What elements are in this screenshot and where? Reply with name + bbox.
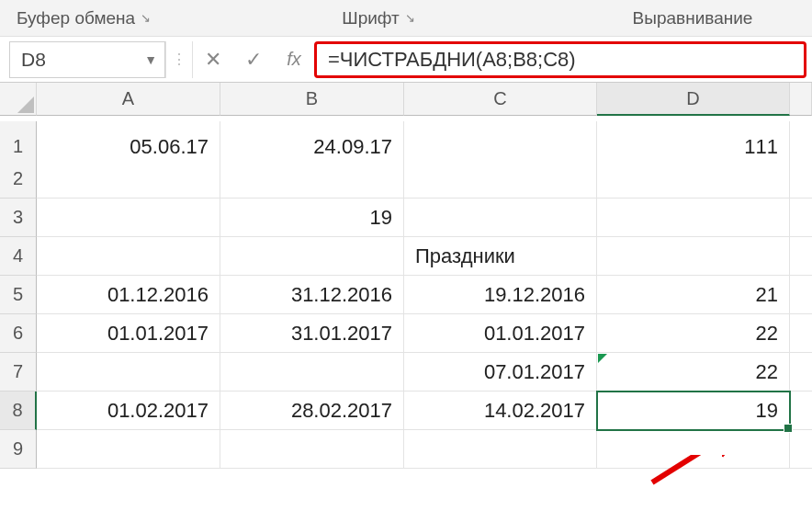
dialog-launcher-icon[interactable]: ↘ — [141, 11, 151, 25]
cell-E3[interactable] — [790, 199, 812, 237]
cell-A6[interactable]: 01.01.2017 — [37, 314, 220, 353]
cell-D7[interactable]: 22 — [597, 353, 790, 392]
row-header-4[interactable]: 4 — [0, 237, 37, 276]
row-header-5[interactable]: 5 — [0, 276, 37, 314]
cell-B8[interactable]: 28.02.2017 — [220, 392, 404, 430]
cell-D6[interactable]: 22 — [597, 314, 790, 353]
cell-A3[interactable] — [37, 199, 220, 237]
cell-E8[interactable] — [790, 392, 812, 430]
cell-A7[interactable] — [37, 353, 220, 392]
cell-B2[interactable] — [220, 160, 404, 199]
cell-C7[interactable]: 07.01.2017 — [404, 353, 597, 392]
formula-bar: D8 ▼ ⋮ ✕ ✓ fx =ЧИСТРАБДНИ(A8;B8;C8) — [0, 37, 812, 83]
cell-B6[interactable]: 31.01.2017 — [220, 314, 404, 353]
cell-D5[interactable]: 21 — [597, 276, 790, 314]
cell-B7[interactable] — [220, 353, 404, 392]
name-box-value: D8 — [21, 49, 46, 71]
cell-C5[interactable]: 19.12.2016 — [404, 276, 597, 314]
cell-A9[interactable] — [37, 430, 220, 469]
cell-E5[interactable] — [790, 276, 812, 314]
cell-D2[interactable] — [597, 160, 790, 199]
cell-D4[interactable] — [597, 237, 790, 276]
cell-C8[interactable]: 14.02.2017 — [404, 392, 597, 430]
cell-C3[interactable] — [404, 199, 597, 237]
dialog-launcher-icon[interactable]: ↘ — [405, 11, 415, 25]
cell-C4[interactable]: Праздники — [404, 237, 597, 276]
col-header-E-edge[interactable] — [790, 83, 812, 116]
cell-D8[interactable]: 19 — [597, 392, 790, 430]
select-all-corner[interactable] — [0, 83, 37, 116]
row-header-8[interactable]: 8 — [0, 392, 37, 430]
cell-A4[interactable] — [37, 237, 220, 276]
formula-input[interactable]: =ЧИСТРАБДНИ(A8;B8;C8) — [314, 41, 806, 78]
cell-E9[interactable] — [790, 430, 812, 469]
col-header-D[interactable]: D — [597, 83, 790, 116]
row-header-6[interactable]: 6 — [0, 314, 37, 353]
cancel-formula-button[interactable]: ✕ — [193, 41, 233, 78]
check-icon: ✓ — [245, 48, 262, 72]
chevron-down-icon[interactable]: ▼ — [144, 52, 157, 67]
ribbon-label: Буфер обмена — [17, 8, 135, 28]
cell-E6[interactable] — [790, 314, 812, 353]
row-header-2[interactable]: 2 — [0, 160, 37, 199]
ribbon-group-alignment: Выравнивание — [573, 0, 812, 36]
close-icon: ✕ — [205, 48, 221, 72]
cell-E2[interactable] — [790, 160, 812, 199]
cell-D3[interactable] — [597, 199, 790, 237]
cell-C9[interactable] — [404, 430, 597, 469]
ribbon-group-font: Шрифт ↘ — [184, 0, 573, 36]
enter-formula-button[interactable]: ✓ — [233, 41, 274, 78]
cell-E4[interactable] — [790, 237, 812, 276]
ribbon-label: Шрифт — [342, 8, 400, 28]
col-header-B[interactable]: B — [220, 83, 404, 116]
cell-B5[interactable]: 31.12.2016 — [220, 276, 404, 314]
cell-C2[interactable] — [404, 160, 597, 199]
worksheet-grid[interactable]: A B C D 1 05.06.17 24.09.17 111 2 3 19 4… — [0, 83, 812, 469]
row-header-9[interactable]: 9 — [0, 430, 37, 469]
row-header-7[interactable]: 7 — [0, 353, 37, 392]
col-header-C[interactable]: C — [404, 83, 597, 116]
cell-A5[interactable]: 01.12.2016 — [37, 276, 220, 314]
row-header-3[interactable]: 3 — [0, 199, 37, 237]
ribbon-label: Выравнивание — [633, 8, 753, 28]
cell-C6[interactable]: 01.01.2017 — [404, 314, 597, 353]
insert-function-button[interactable]: fx — [274, 41, 314, 78]
cell-B3[interactable]: 19 — [220, 199, 404, 237]
cell-B9[interactable] — [220, 430, 404, 469]
formula-text: =ЧИСТРАБДНИ(A8;B8;C8) — [328, 48, 576, 72]
ribbon-group-labels: Буфер обмена ↘ Шрифт ↘ Выравнивание — [0, 0, 812, 37]
fx-icon: fx — [287, 49, 301, 70]
cell-A8[interactable]: 01.02.2017 — [37, 392, 220, 430]
separator: ⋮ — [165, 41, 193, 78]
cell-B4[interactable] — [220, 237, 404, 276]
ribbon-group-clipboard: Буфер обмена ↘ — [0, 0, 184, 36]
col-header-A[interactable]: A — [37, 83, 220, 116]
cell-E7[interactable] — [790, 353, 812, 392]
name-box[interactable]: D8 ▼ — [9, 41, 165, 78]
cell-D9[interactable] — [597, 430, 790, 469]
cell-A2[interactable] — [37, 160, 220, 199]
